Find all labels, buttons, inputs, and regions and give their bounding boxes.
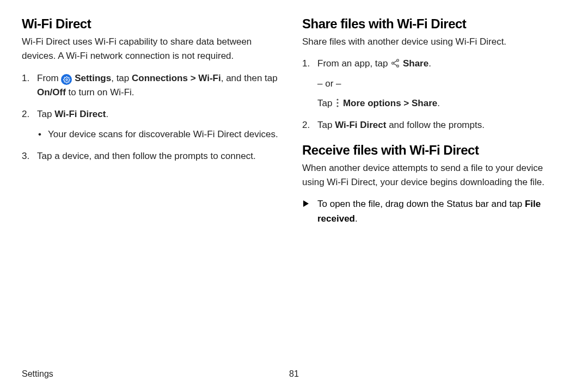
settings-label: Settings: [75, 73, 111, 83]
sub-bullet: Your device scans for discoverable Wi-Fi…: [37, 127, 286, 142]
svg-line-4: [394, 61, 397, 63]
more-options-label: More options: [343, 98, 401, 108]
onoff-label: On/Off: [37, 87, 66, 97]
wifi-direct-label: Wi-Fi Direct: [54, 109, 106, 119]
svg-point-1: [397, 59, 399, 62]
steps-list-left: From Settings, tap Connections > Wi-Fi, …: [22, 71, 286, 164]
share-label-2: Share: [412, 98, 437, 108]
intro-share: Share files with another device using Wi…: [302, 35, 566, 49]
share-step-2: Tap Wi-Fi Direct and follow the prompts.: [302, 118, 566, 132]
footer-page-number: 81: [289, 369, 299, 379]
svg-point-6: [337, 99, 339, 100]
settings-icon: [61, 74, 72, 85]
wifi-label: Wi-Fi: [198, 73, 220, 83]
connections-label: Connections: [132, 73, 188, 83]
share-step-1: From an app, tap Share. – or – Tap More …: [302, 57, 566, 111]
heading-share-files: Share files with Wi-Fi Direct: [302, 16, 566, 32]
heading-wifi-direct: Wi-Fi Direct: [22, 16, 286, 32]
svg-point-8: [337, 105, 339, 107]
share-label: Share: [403, 58, 428, 69]
svg-point-3: [397, 65, 399, 68]
intro-receive: When another device attempts to send a f…: [302, 161, 566, 190]
receive-bullet: To open the file, drag down the Status b…: [302, 197, 566, 226]
svg-point-7: [337, 102, 339, 103]
intro-text: Wi-Fi Direct uses Wi-Fi capability to sh…: [22, 35, 286, 64]
alt-tap-line: Tap More options > Share.: [317, 96, 566, 111]
share-icon: [390, 58, 400, 68]
steps-list-share: From an app, tap Share. – or – Tap More …: [302, 57, 566, 132]
step-1: From Settings, tap Connections > Wi-Fi, …: [22, 71, 286, 100]
step-3: Tap a device, and then follow the prompt…: [22, 149, 286, 163]
left-column: Wi-Fi Direct Wi-Fi Direct uses Wi-Fi cap…: [22, 16, 286, 226]
page-footer: Settings 81: [22, 369, 566, 379]
svg-point-0: [66, 79, 68, 81]
heading-receive-files: Receive files with Wi-Fi Direct: [302, 143, 566, 158]
svg-point-2: [392, 62, 394, 64]
right-column: Share files with Wi-Fi Direct Share file…: [302, 16, 566, 226]
svg-line-5: [394, 64, 397, 66]
step-2: Tap Wi-Fi Direct. Your device scans for …: [22, 107, 286, 142]
more-options-icon: [335, 98, 340, 108]
or-separator: – or –: [317, 77, 566, 91]
wifi-direct-label-2: Wi-Fi Direct: [335, 120, 386, 130]
